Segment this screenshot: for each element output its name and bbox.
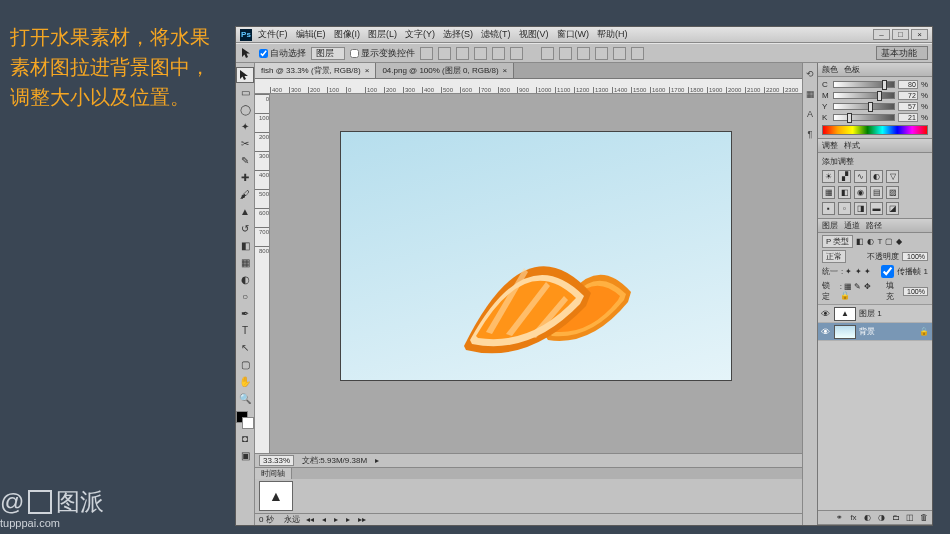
distribute-icon[interactable] <box>595 47 608 60</box>
prev-button[interactable]: ◂ <box>320 515 328 524</box>
levels-icon[interactable]: ▞ <box>838 170 851 183</box>
layer-row[interactable]: 👁 背景 🔒 <box>818 323 932 341</box>
color-tab[interactable]: 颜色 <box>822 64 838 75</box>
trash-icon[interactable]: 🗑 <box>918 512 929 523</box>
para-icon[interactable]: ¶ <box>803 127 817 141</box>
mask-icon[interactable]: ◐ <box>862 512 873 523</box>
char-icon[interactable]: A <box>803 107 817 121</box>
color-swatches[interactable] <box>236 411 254 429</box>
menu-view[interactable]: 视图(V) <box>519 28 549 41</box>
maximize-button[interactable]: □ <box>892 29 909 40</box>
align-icon[interactable] <box>420 47 433 60</box>
visibility-icon[interactable]: 👁 <box>821 327 831 337</box>
brightness-icon[interactable]: ☀ <box>822 170 835 183</box>
paths-tab[interactable]: 路径 <box>866 220 882 231</box>
gradient-tool[interactable]: ▦ <box>236 254 254 270</box>
styles-tab[interactable]: 样式 <box>844 140 860 151</box>
opacity-field[interactable]: 100% <box>902 252 928 261</box>
document-tab[interactable]: 04.png @ 100% (图层 0, RGB/8)× <box>376 63 514 78</box>
crop-tool[interactable]: ✂ <box>236 135 254 151</box>
quickmask-tool[interactable]: ◘ <box>236 430 254 446</box>
play-button[interactable]: ▸ <box>332 515 340 524</box>
align-icon[interactable] <box>438 47 451 60</box>
canvas[interactable] <box>341 132 731 380</box>
channels-tab[interactable]: 通道 <box>844 220 860 231</box>
vibrance-icon[interactable]: ▽ <box>886 170 899 183</box>
timeline-frame[interactable]: ▲ <box>259 481 293 511</box>
blend-mode-dropdown[interactable]: 正常 <box>822 250 846 263</box>
move-tool[interactable] <box>236 67 254 83</box>
align-icon[interactable] <box>456 47 469 60</box>
type-tool[interactable]: T <box>236 322 254 338</box>
distribute-icon[interactable] <box>541 47 554 60</box>
threshold-icon[interactable]: ◨ <box>854 202 867 215</box>
curves-icon[interactable]: ∿ <box>854 170 867 183</box>
spectrum-bar[interactable] <box>822 125 928 135</box>
menu-file[interactable]: 文件(F) <box>258 28 288 41</box>
hue-icon[interactable]: ▦ <box>822 186 835 199</box>
visibility-icon[interactable]: 👁 <box>821 309 831 319</box>
history-brush-tool[interactable]: ↺ <box>236 220 254 236</box>
menu-layer[interactable]: 图层(L) <box>368 28 397 41</box>
selcolor-icon[interactable]: ◪ <box>886 202 899 215</box>
shape-tool[interactable]: ▢ <box>236 356 254 372</box>
gradmap-icon[interactable]: ▬ <box>870 202 883 215</box>
prev-frame-button[interactable]: ◂◂ <box>304 515 316 524</box>
fill-field[interactable]: 100% <box>903 287 928 296</box>
auto-select-checkbox[interactable]: 自动选择 <box>259 47 306 60</box>
eyedropper-tool[interactable]: ✎ <box>236 152 254 168</box>
menu-select[interactable]: 选择(S) <box>443 28 473 41</box>
screenmode-tool[interactable]: ▣ <box>236 447 254 463</box>
eraser-tool[interactable]: ◧ <box>236 237 254 253</box>
swatches-tab[interactable]: 色板 <box>844 64 860 75</box>
align-icon[interactable] <box>510 47 523 60</box>
invert-icon[interactable]: ▪ <box>822 202 835 215</box>
folder-icon[interactable]: 🗀 <box>890 512 901 523</box>
show-transform-checkbox[interactable]: 显示变换控件 <box>350 47 415 60</box>
distribute-icon[interactable] <box>577 47 590 60</box>
poster-icon[interactable]: ▫ <box>838 202 851 215</box>
document-tab[interactable]: fish @ 33.3% (背景, RGB/8)× <box>255 63 376 78</box>
lookup-icon[interactable]: ▨ <box>886 186 899 199</box>
menu-type[interactable]: 文字(Y) <box>405 28 435 41</box>
heal-tool[interactable]: ✚ <box>236 169 254 185</box>
fx-icon[interactable]: fx <box>848 512 859 523</box>
timeline-tab[interactable]: 时间轴 <box>255 468 292 479</box>
menu-image[interactable]: 图像(I) <box>334 28 361 41</box>
slider-y[interactable] <box>833 103 895 110</box>
next-button[interactable]: ▸ <box>344 515 352 524</box>
slider-k[interactable] <box>833 114 895 121</box>
loop-dropdown[interactable]: 永远 <box>284 514 300 525</box>
propagate-checkbox[interactable] <box>881 265 894 278</box>
align-icon[interactable] <box>474 47 487 60</box>
auto-select-type-dropdown[interactable]: 图层 <box>311 47 345 60</box>
canvas-viewport[interactable] <box>270 94 802 453</box>
layer-thumb[interactable]: ▲ <box>834 307 856 321</box>
new-layer-icon[interactable]: ◫ <box>904 512 915 523</box>
menu-edit[interactable]: 编辑(E) <box>296 28 326 41</box>
pen-tool[interactable]: ✒ <box>236 305 254 321</box>
next-frame-button[interactable]: ▸▸ <box>356 515 368 524</box>
layer-name[interactable]: 背景 <box>859 326 875 337</box>
distribute-icon[interactable] <box>559 47 572 60</box>
close-icon[interactable]: × <box>503 66 508 75</box>
align-icon[interactable] <box>492 47 505 60</box>
wand-tool[interactable]: ✦ <box>236 118 254 134</box>
frame-duration[interactable]: 0 秒 <box>259 514 274 525</box>
slider-c[interactable] <box>833 81 895 88</box>
minimize-button[interactable]: – <box>873 29 890 40</box>
photo-filter-icon[interactable]: ◉ <box>854 186 867 199</box>
close-icon[interactable]: × <box>365 66 370 75</box>
zoom-field[interactable]: 33.33% <box>259 455 294 466</box>
bg-swatch[interactable] <box>242 417 254 429</box>
history-icon[interactable]: ⟲ <box>803 67 817 81</box>
distribute-icon[interactable] <box>631 47 644 60</box>
workspace-dropdown[interactable]: 基本功能 <box>876 46 928 60</box>
blur-tool[interactable]: ◐ <box>236 271 254 287</box>
swatch-icon[interactable]: ▦ <box>803 87 817 101</box>
close-button[interactable]: × <box>911 29 928 40</box>
hand-tool[interactable]: ✋ <box>236 373 254 389</box>
layer-name[interactable]: 图层 1 <box>859 308 882 319</box>
stamp-tool[interactable]: ▲ <box>236 203 254 219</box>
mixer-icon[interactable]: ▤ <box>870 186 883 199</box>
